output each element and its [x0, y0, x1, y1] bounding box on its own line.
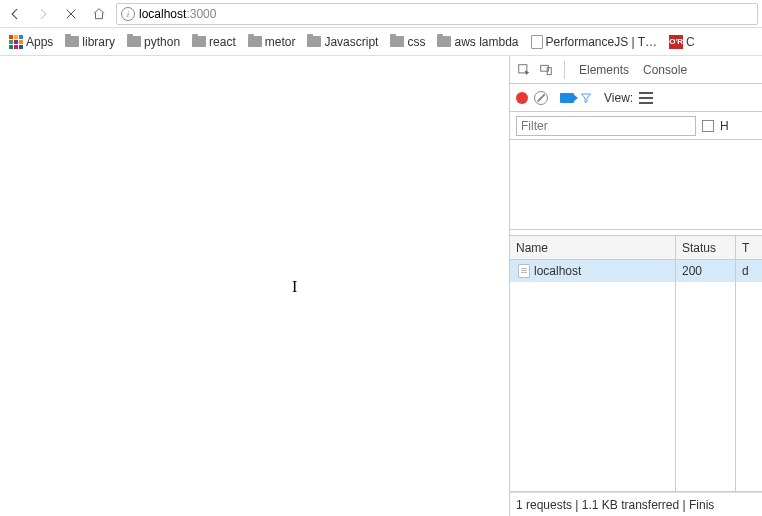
- bookmark-label: react: [209, 35, 236, 49]
- browser-nav-bar: i localhost:3000: [0, 0, 762, 28]
- forward-button[interactable]: [32, 3, 54, 25]
- folder-icon: [437, 36, 451, 47]
- folder-icon: [248, 36, 262, 47]
- device-toggle-icon[interactable]: [538, 62, 554, 78]
- network-toolbar: View:: [510, 84, 762, 112]
- bookmark-label: aws lambda: [454, 35, 518, 49]
- separator: [564, 61, 565, 79]
- text-cursor-icon: I: [292, 278, 297, 296]
- main-split: I Elements Console View:: [0, 56, 762, 516]
- hide-data-urls-checkbox[interactable]: [702, 120, 714, 132]
- network-status-bar: 1 requests | 1.1 KB transferred | Finis: [510, 492, 762, 516]
- folder-icon: [127, 36, 141, 47]
- view-label: View:: [604, 91, 633, 105]
- bookmark-python[interactable]: python: [124, 33, 183, 51]
- tab-console[interactable]: Console: [639, 59, 691, 81]
- devtools-tabs: Elements Console: [510, 56, 762, 84]
- column-status[interactable]: Status: [676, 236, 736, 259]
- bookmark-library[interactable]: library: [62, 33, 118, 51]
- page-viewport[interactable]: I: [0, 56, 510, 516]
- column-name[interactable]: Name: [510, 236, 676, 259]
- bookmarks-bar: Apps library python react metor Javascri…: [0, 28, 762, 56]
- bookmark-metor[interactable]: metor: [245, 33, 299, 51]
- bookmark-performancejs[interactable]: PerformanceJS | T…: [528, 33, 661, 51]
- overview-area: [510, 140, 762, 230]
- bookmark-oreilly[interactable]: O'R C: [666, 33, 709, 51]
- apps-icon: [9, 35, 23, 49]
- bookmark-label: PerformanceJS | T…: [546, 35, 658, 49]
- bookmark-label: metor: [265, 35, 296, 49]
- network-table-header: Name Status T: [510, 236, 762, 260]
- request-type: d: [736, 260, 762, 282]
- bookmark-react[interactable]: react: [189, 33, 239, 51]
- devtools-panel: Elements Console View: H: [510, 56, 762, 516]
- network-request-row[interactable]: localhost 200 d: [510, 260, 762, 282]
- inspect-element-icon[interactable]: [516, 62, 532, 78]
- bookmark-label: library: [82, 35, 115, 49]
- folder-icon: [307, 36, 321, 47]
- clear-button[interactable]: [534, 91, 548, 105]
- tab-elements[interactable]: Elements: [575, 59, 633, 81]
- document-icon: [518, 264, 530, 278]
- folder-icon: [65, 36, 79, 47]
- bookmark-javascript[interactable]: Javascript: [304, 33, 381, 51]
- oreilly-icon: O'R: [669, 35, 683, 49]
- view-list-icon[interactable]: [639, 92, 653, 104]
- folder-icon: [192, 36, 206, 47]
- hide-label: H: [720, 119, 729, 133]
- request-status: 200: [676, 260, 736, 282]
- page-icon: [531, 35, 543, 49]
- back-button[interactable]: [4, 3, 26, 25]
- bookmark-label: python: [144, 35, 180, 49]
- screenshot-button[interactable]: [560, 93, 574, 103]
- filter-row: H: [510, 112, 762, 140]
- network-table-body: [510, 282, 762, 492]
- filter-toggle-icon[interactable]: [580, 92, 592, 104]
- bookmark-css[interactable]: css: [387, 33, 428, 51]
- column-type[interactable]: T: [736, 236, 762, 259]
- bookmark-label: css: [407, 35, 425, 49]
- apps-label: Apps: [26, 35, 53, 49]
- stop-button[interactable]: [60, 3, 82, 25]
- bookmark-label: Javascript: [324, 35, 378, 49]
- address-bar[interactable]: i localhost:3000: [116, 3, 758, 25]
- apps-shortcut[interactable]: Apps: [6, 33, 56, 51]
- record-button[interactable]: [516, 92, 528, 104]
- bookmark-label: C: [686, 35, 706, 49]
- url-text: localhost:3000: [139, 7, 216, 21]
- home-button[interactable]: [88, 3, 110, 25]
- folder-icon: [390, 36, 404, 47]
- filter-input[interactable]: [516, 116, 696, 136]
- bookmark-aws-lambda[interactable]: aws lambda: [434, 33, 521, 51]
- request-name: localhost: [534, 264, 581, 278]
- site-info-icon[interactable]: i: [121, 7, 135, 21]
